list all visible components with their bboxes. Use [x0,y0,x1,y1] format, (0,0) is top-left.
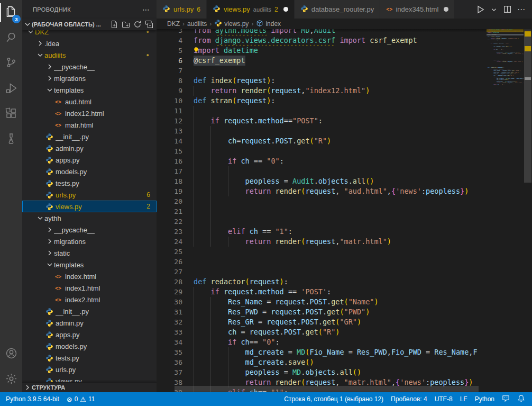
new-file-icon[interactable] [110,20,118,29]
status-indentation[interactable]: Пробелов: 4 [387,392,431,406]
tree-item-migrations[interactable]: migrations [22,73,157,84]
more-actions-icon[interactable]: ⋯ [142,5,150,14]
tree-item-templates[interactable]: templates [22,259,157,270]
tree-item-aythh[interactable]: aythh [22,212,157,224]
scrollbar-thumb[interactable] [524,29,531,183]
status-cursor-position[interactable]: Строка 6, столбец 1 (выбрано 12) [280,392,387,406]
activity-extensions[interactable] [0,102,22,127]
activity-testing[interactable] [0,127,22,152]
lightbulb-icon[interactable] [192,47,200,56]
code-line-18[interactable]: 18 peopless = Audit.objects.all() [157,176,487,186]
status-python-interpreter[interactable]: Python 3.9.5 64-bit [2,392,63,406]
code-line-11[interactable]: 11 [157,106,487,116]
new-folder-icon[interactable] [122,20,130,29]
breadcrumb-item-index[interactable]: index [256,20,281,29]
activity-settings[interactable] [0,367,22,392]
tab-database_roouter.py[interactable]: database_roouter.py [295,0,381,19]
tab-urls.py[interactable]: urls.py6 [157,0,207,19]
tree-item-matr.html[interactable]: <>matr.html [22,119,157,131]
run-icon[interactable] [475,5,485,14]
code-line-34[interactable]: 34 if ch== "0": [157,337,487,347]
code-line-30[interactable]: 30 Res_Name = request.POST.get("Name") [157,297,487,307]
tree-item-index.html[interactable]: <>index.html [22,270,157,282]
code-line-15[interactable]: 15 [157,146,487,156]
tree-item-templates[interactable]: templates [22,84,157,96]
code-line-5[interactable]: 5import datetime [157,46,487,56]
tree-item-static[interactable]: static [22,247,157,259]
activity-account[interactable] [0,341,22,367]
minimap[interactable]: from aythh.models import MD,Auditfrom dj… [487,29,524,392]
code-line-14[interactable]: 14 ch=request.POST.get("R") [157,136,487,146]
code-line-12[interactable]: 12 if request.method=="POST": [157,116,487,126]
tree-item-audiiits[interactable]: audiiits● [22,49,157,61]
tree-item-models.py[interactable]: models.py [22,166,157,177]
dirty-indicator-icon[interactable] [283,7,288,12]
status-problems[interactable]: ⊗0⚠11 [63,392,99,406]
tree-item-tests.py[interactable]: tests.py [22,352,157,364]
code-line-33[interactable]: 33 ch = request.POST.get("R") [157,327,487,337]
code-line-27[interactable]: 27 [157,267,487,277]
code-line-10[interactable]: 10def stran(request): [157,96,487,106]
code-line-21[interactable]: 21 [157,206,487,216]
tree-item-views.py[interactable]: views.py2 [22,201,157,212]
refresh-icon[interactable] [133,20,142,29]
breadcrumb-item-DKZ[interactable]: DKZ [167,20,180,28]
vertical-scrollbar[interactable] [524,29,532,392]
breadcrumb-item-audiiits[interactable]: audiiits [187,20,207,28]
tab-views.py[interactable]: views.pyaudiiits2 [207,0,295,19]
chevron-down-icon[interactable] [490,6,498,13]
code-line-37[interactable]: 37 peopless = MD.objects.all() [157,367,487,377]
tree-item-admin.py[interactable]: admin.py [22,317,157,329]
code-line-16[interactable]: 16 if ch == "0": [157,156,487,166]
tree-item-.idea[interactable]: .idea [22,38,157,49]
tree-item-index1.html[interactable]: <>index1.html [22,282,157,294]
split-editor-icon[interactable] [503,5,512,14]
activity-source-control[interactable] [0,51,22,76]
activity-run-debug[interactable] [0,76,22,102]
scrollbar-thumb[interactable] [175,386,479,392]
tree-item-migrations[interactable]: migrations [22,236,157,247]
code-line-7[interactable]: 7 [157,66,487,76]
code-line-4[interactable]: 4from django.views.decorators.csrf impor… [157,35,487,46]
code-line-26[interactable]: 26 [157,257,487,267]
status-eol[interactable]: LF [456,392,471,406]
code-line-6[interactable]: 6@csrf_exempt [157,56,487,66]
code-line-24[interactable]: 24 return render(request,"matr.html") [157,237,487,247]
tree-item-views.py[interactable]: views.py [22,375,157,382]
code-line-25[interactable]: 25 [157,247,487,257]
tree-item-__init__.py[interactable]: __init__.py [22,131,157,142]
dirty-indicator-icon[interactable] [444,7,448,12]
code-line-3[interactable]: 3from aythh.models import MD,Audit [157,29,487,35]
tree-item-__init__.py[interactable]: __init__.py [22,305,157,317]
code-line-22[interactable]: 22 [157,216,487,227]
code-line-36[interactable]: 36 md_create.save() [157,357,487,367]
tree-item-__pycache__[interactable]: __pycache__ [22,61,157,73]
horizontal-scrollbar[interactable] [157,386,487,392]
tree-item-tests.py[interactable]: tests.py [22,177,157,189]
code-line-20[interactable]: 20 [157,196,487,206]
workspace-section-header[interactable]: (РАБОЧАЯ ОБЛАСТЬ) ... [22,19,157,30]
status-encoding[interactable]: UTF-8 [431,392,456,406]
tree-item-apps.py[interactable]: apps.py [22,154,157,166]
activity-explorer[interactable]: 3 [0,0,22,25]
code-line-35[interactable]: 35 md_create = MD(Fio_Name = Res_PWD,Fio… [157,347,487,357]
code-line-9[interactable]: 9 return render(request,"index12.html") [157,86,487,96]
more-actions-icon[interactable]: ⋯ [517,5,526,14]
code-line-31[interactable]: 31 Res_PWD = request.POST.get("PWD") [157,307,487,317]
code-line-17[interactable]: 17 [157,166,487,176]
tree-item-DKZ[interactable]: DKZ● [22,30,157,38]
activity-search[interactable] [0,25,22,51]
tree-item-admin.py[interactable]: admin.py [22,142,157,154]
tab-index345.html[interactable]: <>index345.html [380,0,455,19]
tree-item-__pycache__[interactable]: __pycache__ [22,224,157,236]
tree-item-apps.py[interactable]: apps.py [22,329,157,340]
code-line-23[interactable]: 23 elif ch == "1": [157,227,487,237]
tree-item-urls.py[interactable]: urls.py [22,364,157,375]
tree-item-models.py[interactable]: models.py [22,340,157,352]
collapse-all-icon[interactable] [145,20,153,29]
code-line-19[interactable]: 19 return render(request, "aud.html",{'n… [157,186,487,196]
tree-item-index2.html[interactable]: <>index2.html [22,294,157,305]
code-area[interactable]: 3from aythh.models import MD,Audit4from … [157,29,487,392]
tree-item-urls.py[interactable]: urls.py6 [22,189,157,201]
tree-item-aud.html[interactable]: <>aud.html [22,96,157,107]
